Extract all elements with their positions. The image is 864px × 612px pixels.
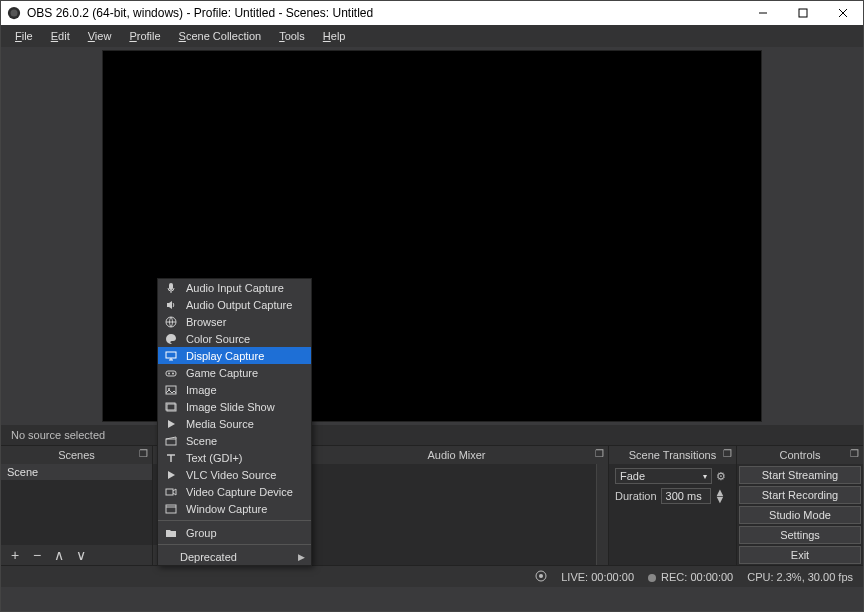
duration-label: Duration (615, 490, 657, 502)
menu-color-source[interactable]: Color Source (158, 330, 311, 347)
menu-scene-collection[interactable]: Scene Collection (171, 28, 270, 44)
start-recording-button[interactable]: Start Recording (739, 486, 861, 504)
menu-item-label: Audio Input Capture (186, 282, 284, 294)
play-icon (164, 468, 178, 482)
menu-media-source[interactable]: Media Source (158, 415, 311, 432)
rec-dot-icon (648, 574, 656, 582)
audio-mixer-title: Audio Mixer (427, 449, 485, 461)
chevron-down-icon: ▾ (703, 472, 707, 481)
broadcast-icon (535, 570, 547, 584)
source-toolbar: No source selected ilters (1, 425, 863, 445)
add-source-context-menu: Audio Input Capture Audio Output Capture… (157, 278, 312, 566)
scenes-toolbar: + − ∧ ∨ (1, 545, 152, 565)
window-title: OBS 26.0.2 (64-bit, windows) - Profile: … (27, 6, 743, 20)
close-button[interactable] (823, 1, 863, 25)
menu-video-capture-device[interactable]: Video Capture Device (158, 483, 311, 500)
gamepad-icon (164, 366, 178, 380)
menu-separator (158, 520, 311, 521)
menu-window-capture[interactable]: Window Capture (158, 500, 311, 517)
folder-icon (164, 526, 178, 540)
scenes-popout-icon[interactable]: ❐ (139, 448, 148, 459)
statusbar: LIVE: 00:00:00 REC: 00:00:00 CPU: 2.3%, … (1, 565, 863, 587)
menu-deprecated[interactable]: Deprecated ▶ (158, 548, 311, 565)
titlebar: OBS 26.0.2 (64-bit, windows) - Profile: … (1, 1, 863, 25)
menu-vlc-video-source[interactable]: VLC Video Source (158, 466, 311, 483)
menu-display-capture[interactable]: Display Capture (158, 347, 311, 364)
controls-header: Controls ❐ (737, 446, 863, 464)
svg-rect-8 (169, 283, 173, 290)
menu-item-label: Deprecated (180, 551, 237, 563)
transition-select[interactable]: Fade ▾ (615, 468, 712, 484)
duration-input[interactable]: 300 ms (661, 488, 711, 504)
controls-popout-icon[interactable]: ❐ (850, 448, 859, 459)
menu-file[interactable]: File (7, 28, 41, 44)
menu-item-label: Image Slide Show (186, 401, 275, 413)
transition-current: Fade (620, 470, 645, 482)
menu-item-label: VLC Video Source (186, 469, 276, 481)
menu-item-label: Window Capture (186, 503, 267, 515)
scenes-header: Scenes ❐ (1, 446, 152, 464)
controls-body: Start Streaming Start Recording Studio M… (737, 464, 863, 565)
menu-view[interactable]: View (80, 28, 120, 44)
scene-remove-button[interactable]: − (29, 547, 45, 563)
menu-item-label: Video Capture Device (186, 486, 293, 498)
menu-edit[interactable]: Edit (43, 28, 78, 44)
scenes-dock: Scenes ❐ Scene + − ∧ ∨ (1, 446, 153, 565)
menu-item-label: Group (186, 527, 217, 539)
menu-help[interactable]: Help (315, 28, 354, 44)
scene-up-button[interactable]: ∧ (51, 547, 67, 563)
menu-audio-output-capture[interactable]: Audio Output Capture (158, 296, 311, 313)
menu-scene[interactable]: Scene (158, 432, 311, 449)
transitions-header: Scene Transitions ❐ (609, 446, 736, 464)
exit-button[interactable]: Exit (739, 546, 861, 564)
menu-item-label: Game Capture (186, 367, 258, 379)
globe-icon (164, 315, 178, 329)
transitions-body: Fade ▾ ⚙ Duration 300 ms ▲▼ (609, 464, 736, 565)
start-streaming-button[interactable]: Start Streaming (739, 466, 861, 484)
menu-tools[interactable]: Tools (271, 28, 313, 44)
duration-stepper[interactable]: ▲▼ (715, 489, 726, 503)
speaker-icon (164, 298, 178, 312)
mic-icon (164, 281, 178, 295)
svg-point-6 (539, 574, 543, 578)
menu-group[interactable]: Group (158, 524, 311, 541)
obs-app-icon (7, 6, 21, 20)
svg-point-12 (168, 372, 170, 374)
image-icon (164, 383, 178, 397)
audio-mixer-body[interactable] (305, 464, 608, 565)
audio-mixer-header: Audio Mixer ❐ (305, 446, 608, 464)
obs-window: OBS 26.0.2 (64-bit, windows) - Profile: … (0, 0, 864, 612)
camera-icon (164, 485, 178, 499)
menu-text-gdi[interactable]: Text (GDI+) (158, 449, 311, 466)
menu-game-capture[interactable]: Game Capture (158, 364, 311, 381)
menu-item-label: Display Capture (186, 350, 264, 362)
menu-image-slide-show[interactable]: Image Slide Show (158, 398, 311, 415)
maximize-button[interactable] (783, 1, 823, 25)
menu-item-label: Color Source (186, 333, 250, 345)
menu-image[interactable]: Image (158, 381, 311, 398)
settings-button[interactable]: Settings (739, 526, 861, 544)
clapper-icon (164, 434, 178, 448)
scene-add-button[interactable]: + (7, 547, 23, 563)
text-icon (164, 451, 178, 465)
studio-mode-button[interactable]: Studio Mode (739, 506, 861, 524)
transitions-title: Scene Transitions (629, 449, 716, 461)
status-cpu: CPU: 2.3%, 30.00 fps (747, 571, 853, 583)
menu-item-label: Audio Output Capture (186, 299, 292, 311)
transition-settings-button[interactable]: ⚙ (716, 470, 730, 483)
mixer-scrollbar[interactable] (596, 464, 608, 565)
audio-mixer-dock: Audio Mixer ❐ (305, 446, 609, 565)
scenes-list[interactable]: Scene (1, 464, 152, 545)
menu-browser[interactable]: Browser (158, 313, 311, 330)
mixer-popout-icon[interactable]: ❐ (595, 448, 604, 459)
svg-rect-20 (166, 505, 176, 513)
menu-audio-input-capture[interactable]: Audio Input Capture (158, 279, 311, 296)
menu-profile[interactable]: Profile (121, 28, 168, 44)
minimize-button[interactable] (743, 1, 783, 25)
transitions-popout-icon[interactable]: ❐ (723, 448, 732, 459)
no-source-label: No source selected (5, 427, 111, 443)
image-slideshow-icon (164, 400, 178, 414)
window-controls (743, 1, 863, 25)
scene-down-button[interactable]: ∨ (73, 547, 89, 563)
scene-item[interactable]: Scene (1, 464, 152, 480)
